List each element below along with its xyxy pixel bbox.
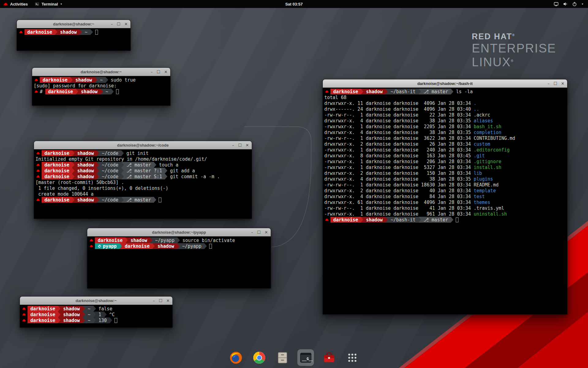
window-close-button[interactable]: ✕ [124,22,128,26]
volume-icon[interactable] [563,2,568,6]
terminal-text: drwxrwxr-x. 11 darknoise darknoise 4096 … [324,101,474,106]
window-close-button[interactable]: ✕ [246,143,249,147]
power-icon[interactable] [572,2,577,6]
terminal-text: custom [474,141,490,147]
powerline-separator-icon [55,29,57,35]
powerline-separator-icon [72,168,74,174]
dock-toolbox-icon[interactable] [321,349,337,366]
terminal-content[interactable]: darknoiseshadow~ sudo true[sudo] passwor… [32,76,170,105]
redhat-prompt-icon [36,169,40,172]
terminal-line: drwxrwxr-x. 2 darknoise darknoise 26 Jan… [324,141,566,147]
window-titlebar[interactable]: darknoise@shadow:~/bash-it–☐✕ [323,79,567,88]
window-minimize-button[interactable]: – [151,70,153,74]
window-title: darknoise@shadow:~ [81,70,122,74]
powerline-separator-icon [76,89,78,94]
system-menu-caret-icon[interactable]: ▼ [581,3,584,6]
window-close-button[interactable]: ✕ [164,70,168,74]
terminal-content[interactable]: darknoiseshadow~/pyapp source bin/activa… [87,236,271,288]
redhat-prompt-icon [34,90,38,93]
prompt-segment-user: darknoise [28,317,58,323]
window-titlebar[interactable]: darknoise@shadow:~–☐✕ [32,68,170,76]
window-titlebar[interactable]: darknoise@shadow:~/pyapp–☐✕ [87,228,271,236]
activities-button[interactable]: Activities [0,0,31,8]
prompt-segment-user: darknoise [45,89,76,94]
window-close-button[interactable]: ✕ [166,299,170,303]
prompt-segment-exit: 1 [96,312,104,317]
terminal-cursor [115,318,117,323]
prompt-segment-path: ~/pyapp [179,243,204,249]
dock-appgrid-icon[interactable] [344,349,360,366]
terminal-text: uninstall.sh [474,211,507,217]
terminal-text: test [474,194,485,199]
dock-chrome-icon[interactable] [251,349,267,366]
redhat-prompt-icon [19,31,23,33]
terminal-text: -rwxrwxr-x. 1 darknoise darknoise 240 Ja… [324,147,474,153]
window-maximize-button[interactable]: ☐ [117,22,120,26]
prompt-segment-host: shadow [57,29,79,35]
activities-label: Activities [10,2,28,6]
window-titlebar[interactable]: darknoise@shadow:~/code–☐✕ [34,141,252,149]
clock[interactable]: Sat 03:57 [285,2,303,6]
window-title: darknoise@shadow:~/code [117,143,168,148]
powerline-separator-icon [385,217,388,223]
prompt-segment-user: darknoise [28,306,58,312]
terminal-line: [master (root-commit) 50bcb63] . [36,179,250,185]
python-icon [98,244,101,248]
prompt-segment-host: shadow [74,197,96,203]
redhat-prompt-icon [22,319,26,322]
window-maximize-button[interactable]: ☐ [238,143,242,147]
prompt-segment-user: darknoise [122,243,152,249]
terminal-content[interactable]: darknoiseshadow~/code git initInitialize… [34,149,252,219]
window-maximize-button[interactable]: ☐ [156,70,160,74]
window-maximize-button[interactable]: ☐ [159,299,162,303]
window-minimize-button[interactable]: – [548,82,550,86]
window-titlebar[interactable]: darknoise@shadow:~–☐✕ [17,20,130,28]
window-close-button[interactable]: ✕ [561,82,564,86]
dock-firefox-icon[interactable] [228,349,244,366]
prompt-segment-user: darknoise [40,77,70,83]
prompt-segment-host: shadow [74,162,96,168]
redhat-icon [3,2,8,6]
terminal-text: total 68 [324,95,346,100]
terminal-content[interactable]: darknoiseshadow~ falsedarknoiseshadow~1 … [20,305,172,328]
powerline-separator-icon [121,150,124,156]
prompt-segment-path: ~ [103,89,111,94]
powerline-separator-icon [150,237,152,243]
dock-terminal-icon[interactable]: __G__gt; [297,349,314,366]
powerline-separator-icon [96,150,99,156]
terminal-window: darknoise@shadow:~–☐✕darknoiseshadow~ su… [32,67,171,106]
window-titlebar[interactable]: darknoise@shadow:~–☐✕ [20,297,172,305]
dock-files-icon[interactable] [274,349,291,366]
redhat-prompt-icon [36,198,40,201]
terminal-line: 1 file changed, 0 insertions(+), 0 delet… [36,185,250,191]
powerline-separator-icon [72,197,74,203]
powerline-separator-icon [418,217,421,223]
powerline-separator-icon [82,317,85,323]
terminal-content[interactable]: darknoiseshadow~ [17,28,130,51]
prompt-segment-host: shadow [60,317,82,323]
redhat-prompt-icon [22,313,26,316]
redhat-prompt-icon [36,152,40,155]
window-minimize-button[interactable]: – [251,230,253,234]
prompt-segment-user: darknoise [42,174,72,179]
window-minimize-button[interactable]: – [111,22,113,26]
window-minimize-button[interactable]: – [153,299,155,303]
window-maximize-button[interactable]: ☐ [553,82,557,86]
display-icon[interactable] [554,2,559,6]
powerline-separator-icon [72,150,74,156]
app-menu-button[interactable]: Terminal ▼ [31,0,66,8]
window-maximize-button[interactable]: ☐ [257,230,261,234]
terminal-text: install.sh [474,165,501,170]
terminal-text: -rw-rw-r--. 1 darknoise darknoise 18630 … [324,182,474,188]
terminal-content[interactable]: darknoiseshadow~/bash-it⎇ master ls -lat… [323,88,567,314]
window-close-button[interactable]: ✕ [265,230,268,234]
terminal-line: darknoiseshadow~/bash-it⎇ master ls -la [324,89,566,94]
powerline-separator-icon [72,174,74,179]
redhat-prompt-icon [36,163,40,166]
window-minimize-button[interactable]: – [232,143,234,147]
prompt-segment-path: ~ [85,306,93,312]
brand-redhat: RED HAT® [472,32,556,41]
prompt-segment-path: ~ [82,29,90,35]
terminal-line: Initialized empty Git repository in /hom… [36,156,250,162]
terminal-text: completion [474,130,501,135]
